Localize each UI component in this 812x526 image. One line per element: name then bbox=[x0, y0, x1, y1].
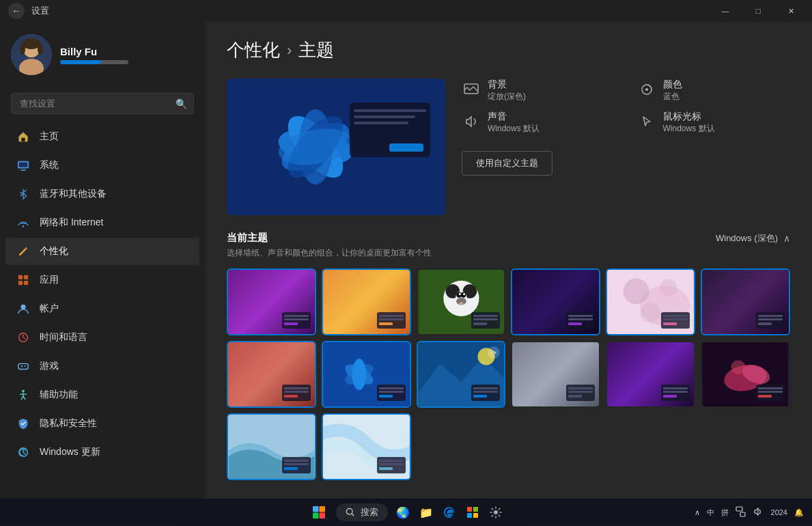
sidebar-item-system[interactable]: 系统 bbox=[5, 152, 199, 179]
taskbar-store-icon[interactable] bbox=[464, 504, 481, 521]
notification-icon[interactable]: 🔔 bbox=[794, 508, 804, 517]
theme-details: 背景 绽放(深色) 颜色 蓝色 bbox=[462, 79, 790, 215]
taskbar-ime1[interactable]: 中 bbox=[707, 508, 714, 518]
svg-point-52 bbox=[641, 303, 660, 322]
svg-rect-73 bbox=[467, 513, 472, 518]
sidebar: Billy Fu 🔍 主页 系统 bbox=[0, 22, 205, 499]
theme-thumb-bg-2 bbox=[323, 270, 410, 334]
user-profile[interactable]: Billy Fu bbox=[0, 22, 205, 87]
theme-thumb-2[interactable] bbox=[322, 268, 411, 335]
current-theme-label: Windows (深色) bbox=[716, 232, 778, 245]
maximize-button[interactable]: □ bbox=[742, 0, 774, 22]
taskbar-folder-icon[interactable]: 📁 bbox=[418, 504, 434, 521]
color-icon bbox=[637, 80, 656, 99]
sidebar-item-label-accounts: 帐户 bbox=[40, 303, 59, 315]
taskbar-volume-icon[interactable] bbox=[753, 506, 764, 518]
svg-rect-15 bbox=[24, 281, 28, 285]
bluetooth-icon bbox=[16, 187, 30, 201]
sidebar-item-personalization[interactable]: 个性化 bbox=[5, 238, 199, 265]
theme-thumb-12[interactable] bbox=[701, 341, 790, 408]
search-input[interactable] bbox=[11, 93, 194, 114]
taskbar-globe-icon[interactable]: 🌏 bbox=[395, 504, 411, 521]
custom-theme-button[interactable]: 使用自定义主题 bbox=[462, 151, 552, 176]
back-button[interactable]: ← bbox=[8, 3, 25, 19]
sidebar-item-label-gaming: 游戏 bbox=[40, 360, 59, 372]
detail-label-sound: 声音 bbox=[488, 111, 540, 123]
close-button[interactable]: ✕ bbox=[775, 0, 807, 22]
breadcrumb: 个性化 › 主题 bbox=[227, 38, 790, 62]
sidebar-item-bluetooth[interactable]: 蓝牙和其他设备 bbox=[5, 180, 199, 208]
theme-thumb-9[interactable]: ⟳ bbox=[417, 341, 506, 408]
detail-value-color: 蓝色 bbox=[663, 91, 682, 102]
taskbar-search[interactable]: 搜索 bbox=[336, 503, 388, 521]
taskbar-ime2[interactable]: 拼 bbox=[721, 508, 729, 518]
minimize-button[interactable]: — bbox=[710, 0, 741, 22]
title-bar-controls: — □ ✕ bbox=[710, 0, 807, 22]
theme-thumb-mini-10 bbox=[566, 385, 595, 401]
theme-thumb-bg-12 bbox=[702, 342, 789, 406]
detail-background: 背景 绽放(深色) bbox=[462, 79, 615, 102]
svg-point-16 bbox=[20, 305, 25, 309]
taskbar-settings-icon[interactable] bbox=[488, 504, 504, 521]
taskbar-display-icon[interactable] bbox=[736, 506, 746, 518]
detail-color: 颜色 蓝色 bbox=[637, 79, 791, 102]
sidebar-item-windows-update[interactable]: Windows 更新 bbox=[5, 439, 199, 466]
svg-point-6 bbox=[38, 44, 43, 55]
svg-rect-67 bbox=[319, 506, 325, 512]
theme-thumb-7[interactable] bbox=[227, 341, 316, 408]
theme-thumb-mini-9 bbox=[471, 385, 500, 401]
windows-update-icon bbox=[16, 445, 30, 459]
theme-detail-grid: 背景 绽放(深色) 颜色 蓝色 bbox=[462, 79, 790, 135]
detail-label-color: 颜色 bbox=[663, 79, 682, 91]
taskbar-edge-icon[interactable] bbox=[441, 504, 458, 521]
sidebar-item-apps[interactable]: 应用 bbox=[5, 266, 199, 294]
user-name: Billy Fu bbox=[60, 46, 128, 57]
sidebar-item-home[interactable]: 主页 bbox=[5, 123, 199, 150]
sidebar-item-label-apps: 应用 bbox=[40, 274, 59, 286]
sidebar-item-network[interactable]: 网络和 Internet bbox=[5, 209, 199, 236]
theme-thumb-bg-11 bbox=[607, 342, 694, 406]
theme-thumb-mini-5 bbox=[661, 312, 690, 329]
svg-point-36 bbox=[645, 88, 648, 91]
theme-thumb-mini-13 bbox=[282, 457, 311, 473]
user-progress-fill bbox=[60, 60, 101, 64]
sidebar-item-gaming[interactable]: 游戏 bbox=[5, 352, 199, 380]
sidebar-item-privacy[interactable]: 隐私和安全性 bbox=[5, 410, 199, 437]
detail-value-background: 绽放(深色) bbox=[488, 91, 526, 102]
theme-thumb-14[interactable] bbox=[322, 413, 411, 480]
cursor-icon bbox=[637, 112, 656, 131]
svg-rect-9 bbox=[20, 169, 25, 171]
theme-thumb-13[interactable] bbox=[227, 413, 316, 480]
taskbar-center: 搜索 🌏 📁 bbox=[309, 502, 504, 523]
theme-thumb-5[interactable] bbox=[606, 268, 695, 335]
taskbar: 搜索 🌏 📁 ∧ 中 拼 bbox=[0, 499, 812, 526]
app-title: 设置 bbox=[31, 5, 49, 17]
theme-thumb-3[interactable] bbox=[417, 268, 506, 335]
svg-point-75 bbox=[494, 510, 498, 514]
apps-icon bbox=[16, 273, 30, 287]
theme-thumb-8[interactable] bbox=[322, 341, 411, 408]
svg-rect-69 bbox=[319, 513, 325, 519]
background-icon bbox=[462, 80, 481, 99]
detail-sound: 声音 Windows 默认 bbox=[462, 111, 615, 135]
user-progress-bar bbox=[60, 60, 128, 64]
detail-cursor: 鼠标光标 Windows 默认 bbox=[637, 111, 791, 135]
time-display[interactable]: 2024 bbox=[771, 508, 787, 517]
sidebar-item-accessibility[interactable]: 辅助功能 bbox=[5, 381, 199, 409]
svg-rect-31 bbox=[354, 115, 415, 118]
breadcrumb-part1: 个性化 bbox=[227, 38, 280, 62]
theme-thumb-4[interactable] bbox=[511, 268, 600, 335]
network-icon bbox=[16, 216, 30, 230]
current-theme-section: 当前主题 Windows (深色) ∧ 选择墙纸、声音和颜色的组合，让你的桌面更… bbox=[227, 232, 790, 480]
breadcrumb-part2: 主题 bbox=[298, 38, 334, 62]
start-button[interactable] bbox=[309, 502, 329, 523]
svg-rect-7 bbox=[21, 138, 25, 141]
theme-thumb-11[interactable] bbox=[606, 341, 695, 408]
sidebar-item-accounts[interactable]: 帐户 bbox=[5, 295, 199, 322]
sidebar-item-time[interactable]: 时间和语言 bbox=[5, 324, 199, 351]
taskbar-up-arrow[interactable]: ∧ bbox=[695, 508, 700, 517]
chevron-up-icon[interactable]: ∧ bbox=[783, 233, 790, 244]
theme-thumb-1[interactable] bbox=[227, 268, 316, 335]
theme-thumb-6[interactable] bbox=[701, 268, 790, 335]
theme-thumb-10[interactable] bbox=[511, 341, 600, 408]
